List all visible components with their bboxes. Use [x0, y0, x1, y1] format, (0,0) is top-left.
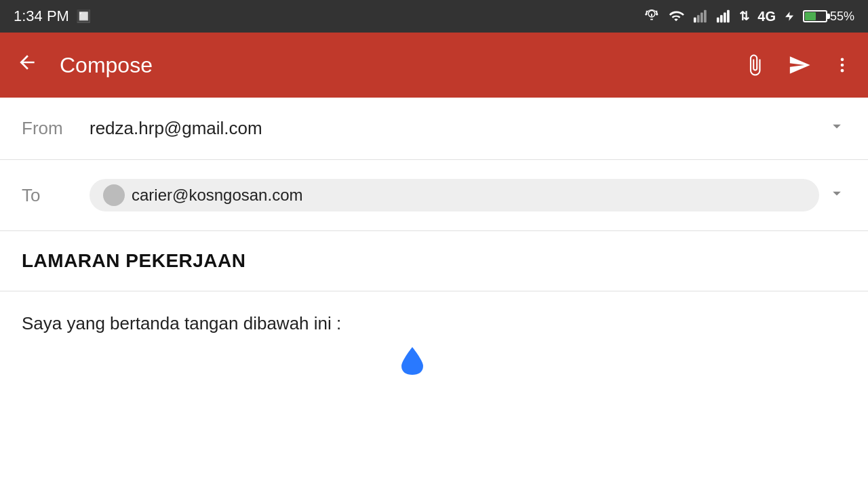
svg-point-9 — [841, 64, 844, 67]
svg-point-10 — [841, 69, 844, 73]
body-text: Saya yang bertanda tangan dibawah ini : — [22, 313, 341, 333]
battery-fill — [805, 12, 816, 20]
svg-rect-4 — [717, 18, 719, 22]
status-time-area: 1:34 PM 🔲 — [14, 7, 91, 25]
wifi-icon — [667, 9, 685, 24]
bolt-icon — [784, 9, 795, 24]
from-label: From — [22, 118, 90, 139]
subject-text: LAMARAN PEKERJAAN — [22, 250, 246, 271]
svg-rect-5 — [720, 15, 723, 22]
body-area[interactable]: Saya yang bertanda tangan dibawah ini : — [0, 291, 868, 356]
toolbar-title: Compose — [60, 53, 727, 78]
signal-icon-2 — [716, 9, 731, 24]
to-chip-email: carier@kosngosan.com — [132, 186, 302, 205]
time-display: 1:34 PM — [14, 7, 69, 25]
subject-row[interactable]: LAMARAN PEKERJAAN — [0, 231, 868, 291]
to-chevron-icon[interactable] — [827, 184, 846, 207]
battery-percent: 55% — [830, 9, 854, 24]
to-chip[interactable]: carier@kosngosan.com — [90, 179, 819, 211]
4g-label: 4G — [757, 9, 776, 24]
status-right-icons: ⇅ 4G 55% — [644, 9, 854, 24]
send-button[interactable] — [788, 54, 811, 77]
compose-body: From redza.hrp@gmail.com To carier@kosng… — [0, 98, 868, 488]
notification-icon: 🔲 — [76, 9, 91, 24]
toolbar: Compose — [0, 33, 868, 98]
battery-bar — [803, 10, 827, 22]
attach-button[interactable] — [743, 54, 766, 77]
svg-rect-2 — [701, 13, 703, 23]
more-button[interactable] — [833, 54, 852, 77]
toolbar-actions — [743, 54, 852, 77]
status-bar: 1:34 PM 🔲 ⇅ 4G — [0, 0, 868, 33]
back-button[interactable] — [16, 52, 38, 79]
svg-rect-0 — [694, 18, 696, 22]
to-avatar — [103, 184, 125, 206]
svg-point-8 — [841, 58, 844, 62]
svg-rect-7 — [727, 10, 730, 22]
battery-container: 55% — [803, 9, 854, 24]
signal-icon — [693, 9, 708, 24]
from-value: redza.hrp@gmail.com — [90, 118, 819, 139]
to-label: To — [22, 185, 90, 206]
to-chips-area: carier@kosngosan.com — [90, 179, 819, 211]
svg-rect-6 — [724, 13, 726, 23]
svg-rect-1 — [697, 15, 700, 22]
data-arrows-icon: ⇅ — [739, 9, 749, 24]
water-drop-cursor — [400, 346, 425, 375]
to-row: To carier@kosngosan.com — [0, 160, 868, 231]
from-row: From redza.hrp@gmail.com — [0, 98, 868, 160]
svg-rect-3 — [704, 10, 707, 22]
from-chevron-icon[interactable] — [827, 117, 846, 140]
alarm-icon — [644, 9, 659, 24]
